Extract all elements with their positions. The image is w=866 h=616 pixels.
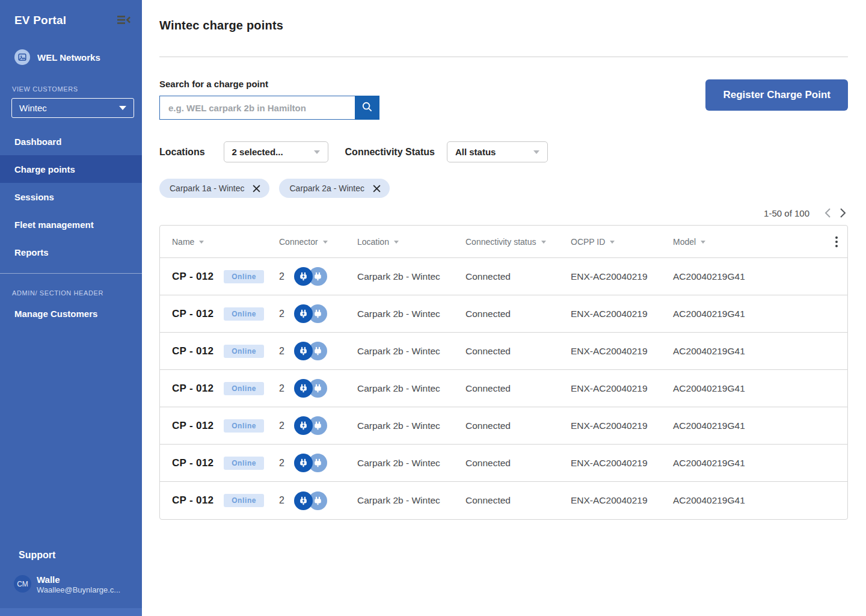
table-row[interactable]: CP - 012 Online 2 xyxy=(160,370,847,407)
sidebar-item-label: Sessions xyxy=(14,192,54,202)
charge-point-name: CP - 012 xyxy=(172,271,213,283)
search-input[interactable] xyxy=(159,96,355,120)
sort-icon xyxy=(199,241,204,244)
support-link[interactable]: Support xyxy=(0,550,142,561)
user-profile[interactable]: CM Walle Waallee@Buynlarge.c... xyxy=(0,574,142,595)
table-body: CP - 012 Online 2 xyxy=(160,258,847,519)
table-row[interactable]: CP - 012 Online 2 xyxy=(160,482,847,519)
table-row[interactable]: CP - 012 Online 2 xyxy=(160,445,847,482)
search-icon xyxy=(361,101,373,114)
filter-chips: Carpark 1a - Wintec Carpark 2a - Wintec xyxy=(159,179,848,198)
pagination-range: 1-50 of 100 xyxy=(764,208,809,218)
locations-dropdown[interactable]: 2 selected... xyxy=(224,141,328,162)
sidebar-item-charge-points[interactable]: Charge points xyxy=(0,155,142,183)
locations-dropdown-value: 2 selected... xyxy=(232,147,283,157)
sidebar-item-label: Fleet management xyxy=(14,220,94,230)
sidebar-item-dashboard[interactable]: Dashboard xyxy=(0,128,142,155)
connector-plug-bolt-icon xyxy=(294,267,313,286)
connector-plug-bolt-icon xyxy=(294,304,313,323)
connector-plug-bolt-icon xyxy=(294,342,313,360)
column-label: Name xyxy=(172,237,194,247)
chip-label: Carpark 2a - Wintec xyxy=(289,183,364,193)
org-name: WEL Networks xyxy=(37,52,100,63)
charge-points-table: Name Connector Location Connectivity sta… xyxy=(159,225,848,520)
column-label: Connector xyxy=(279,237,318,247)
sidebar: EV Portal WEL Networks VIEW CUST xyxy=(0,0,142,616)
register-charge-point-button[interactable]: Register Charge Point xyxy=(705,79,848,111)
connectivity-dropdown-value: All status xyxy=(455,147,496,157)
org-image-icon xyxy=(14,49,30,65)
model-cell: AC20040219G41 xyxy=(673,420,826,431)
remove-chip-icon[interactable] xyxy=(252,184,261,193)
column-header-connectivity-status[interactable]: Connectivity status xyxy=(465,237,571,247)
filters-row: Locations 2 selected... Connectivity Sta… xyxy=(159,141,848,162)
sidebar-item-reports[interactable]: Reports xyxy=(0,238,142,266)
remove-chip-icon[interactable] xyxy=(372,184,381,193)
column-label: Location xyxy=(357,237,389,247)
column-header-location[interactable]: Location xyxy=(357,237,465,247)
search-button[interactable] xyxy=(355,96,379,120)
model-cell: AC20040219G41 xyxy=(673,309,826,319)
connector-icons xyxy=(294,304,327,323)
pagination-next-icon[interactable] xyxy=(838,206,848,220)
sort-icon xyxy=(701,241,705,244)
org-row: WEL Networks xyxy=(0,49,142,65)
connector-plug-bolt-icon xyxy=(294,491,313,510)
table-row[interactable]: CP - 012 Online 2 xyxy=(160,407,847,445)
charge-point-name: CP - 012 xyxy=(172,494,213,507)
chip-label: Carpark 1a - Wintec xyxy=(170,183,244,193)
chevron-down-icon xyxy=(314,150,320,154)
connector-count: 2 xyxy=(279,271,284,282)
connector-count: 2 xyxy=(279,495,284,506)
connectivity-cell: Connected xyxy=(465,346,571,357)
header-divider xyxy=(159,57,848,57)
location-cell: Carpark 2b - Wintec xyxy=(357,383,465,394)
charge-point-name: CP - 012 xyxy=(172,383,213,395)
location-cell: Carpark 2b - Wintec xyxy=(357,346,465,357)
view-customers-label: VIEW CUSTOMERS xyxy=(0,85,142,93)
page-title: Wintec charge points xyxy=(159,19,848,32)
sidebar-item-manage-customers[interactable]: Manage Customers xyxy=(0,300,142,327)
connector-icons xyxy=(294,454,327,472)
filter-chip: Carpark 1a - Wintec xyxy=(159,179,269,198)
column-header-connector[interactable]: Connector xyxy=(279,237,357,247)
table-options-kebab-icon[interactable] xyxy=(835,236,838,247)
table-row[interactable]: CP - 012 Online 2 xyxy=(160,258,847,295)
sidebar-item-label: Manage Customers xyxy=(14,309,97,319)
column-header-model[interactable]: Model xyxy=(673,237,826,247)
ocpp-id-cell: ENX-AC20040219 xyxy=(571,383,673,394)
status-badge: Online xyxy=(224,345,264,358)
location-cell: Carpark 2b - Wintec xyxy=(357,495,465,506)
sidebar-item-fleet-management[interactable]: Fleet management xyxy=(0,211,142,238)
connectivity-status-dropdown[interactable]: All status xyxy=(447,141,548,162)
pagination-prev-icon[interactable] xyxy=(823,206,832,220)
connector-count: 2 xyxy=(279,346,284,357)
sidebar-collapse-icon[interactable] xyxy=(117,14,131,28)
connectivity-cell: Connected xyxy=(465,383,571,394)
column-header-ocpp-id[interactable]: OCPP ID xyxy=(571,237,673,247)
sidebar-footer-strip xyxy=(0,608,142,616)
table-row[interactable]: CP - 012 Online 2 xyxy=(160,333,847,370)
user-name: Walle xyxy=(37,574,120,586)
model-cell: AC20040219G41 xyxy=(673,271,826,282)
status-badge: Online xyxy=(224,382,264,395)
chevron-down-icon xyxy=(533,150,539,154)
customer-select[interactable]: Wintec xyxy=(11,98,134,118)
charge-point-name: CP - 012 xyxy=(172,345,213,357)
sidebar-item-sessions[interactable]: Sessions xyxy=(0,183,142,211)
column-label: Model xyxy=(673,237,696,247)
sort-icon xyxy=(323,241,328,244)
model-cell: AC20040219G41 xyxy=(673,458,826,469)
location-cell: Carpark 2b - Wintec xyxy=(357,309,465,319)
chevron-down-icon xyxy=(119,106,126,110)
ocpp-id-cell: ENX-AC20040219 xyxy=(571,420,673,431)
column-label: Connectivity status xyxy=(465,237,536,247)
user-email: Waallee@Buynlarge.c... xyxy=(37,585,120,594)
sidebar-nav: Dashboard Charge points Sessions Fleet m… xyxy=(0,128,142,266)
main-content: Wintec charge points Search for a charge… xyxy=(142,0,866,616)
column-header-name[interactable]: Name xyxy=(172,237,279,247)
sidebar-divider xyxy=(0,273,142,274)
connectivity-cell: Connected xyxy=(465,309,571,319)
connector-icons xyxy=(294,416,327,435)
table-row[interactable]: CP - 012 Online 2 xyxy=(160,295,847,333)
